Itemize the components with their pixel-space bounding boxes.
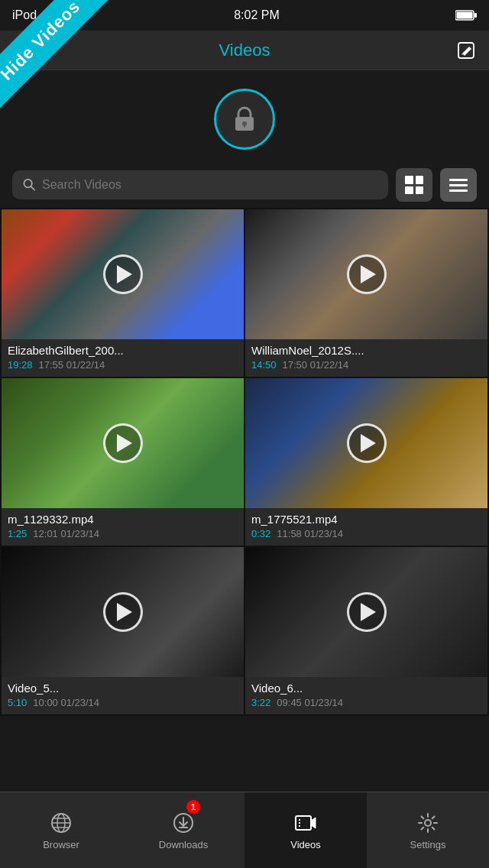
play-button[interactable]: [103, 592, 143, 632]
video-meta: 14:50 17:50 01/22/14: [251, 359, 481, 371]
header-title: Videos: [219, 40, 270, 60]
play-button[interactable]: [347, 592, 387, 632]
play-button[interactable]: [103, 423, 143, 463]
svg-rect-21: [299, 822, 300, 824]
lock-icon: [231, 105, 258, 134]
status-bar: iPod 8:02 PM: [0, 0, 489, 31]
video-info: Video_6... 3:22 09:45 01/23/14: [245, 677, 487, 714]
svg-rect-1: [457, 12, 473, 19]
videos-label: Videos: [290, 839, 321, 850]
play-overlay: [245, 547, 487, 677]
status-right: [455, 10, 477, 21]
svg-rect-4: [12, 49, 34, 51]
battery-icon: [455, 10, 477, 21]
video-item[interactable]: m_1129332.mp4 1:25 12:01 01/23/14: [2, 378, 244, 546]
svg-rect-2: [474, 13, 477, 18]
video-item[interactable]: WilliamNoel_2012S.... 14:50 17:50 01/22/…: [245, 209, 487, 377]
browser-icon: [49, 811, 73, 835]
play-overlay: [245, 378, 487, 508]
svg-rect-20: [299, 819, 300, 821]
videos-icon: [293, 811, 318, 835]
bottom-nav: Browser 1 Downloads Videos Settings: [0, 792, 489, 868]
search-area: [0, 162, 489, 208]
video-duration: 14:50: [251, 359, 277, 371]
video-duration: 3:22: [251, 697, 270, 708]
video-title: ElizabethGilbert_200...: [8, 344, 238, 357]
play-overlay: [2, 547, 244, 677]
video-item[interactable]: ElizabethGilbert_200... 19:28 17:55 01/2…: [2, 209, 244, 377]
play-overlay: [245, 209, 487, 339]
video-title: m_1775521.mp4: [251, 513, 481, 526]
svg-rect-3: [12, 43, 34, 45]
video-datetime: 10:00 01/23/14: [33, 697, 99, 708]
nav-videos[interactable]: Videos: [244, 792, 367, 868]
video-grid: ElizabethGilbert_200... 19:28 17:55 01/2…: [0, 208, 489, 716]
svg-rect-5: [12, 55, 34, 57]
search-wrapper[interactable]: [12, 170, 388, 199]
nav-settings[interactable]: Settings: [367, 792, 489, 868]
svg-rect-9: [244, 124, 245, 128]
downloads-label: Downloads: [159, 839, 208, 850]
video-thumbnail: [2, 547, 244, 677]
video-duration: 0:32: [251, 528, 270, 539]
video-thumbnail: [245, 209, 487, 339]
video-meta: 0:32 11:58 01/23/14: [251, 528, 481, 539]
settings-icon: [416, 811, 440, 835]
video-title: WilliamNoel_2012S....: [251, 344, 481, 357]
video-datetime: 17:55 01/22/14: [39, 359, 105, 371]
search-input[interactable]: [42, 178, 377, 192]
wifi-icon: [43, 9, 58, 21]
list-view-button[interactable]: [440, 168, 477, 202]
video-info: ElizabethGilbert_200... 19:28 17:55 01/2…: [2, 339, 244, 377]
video-item[interactable]: m_1775521.mp4 0:32 11:58 01/23/14: [245, 378, 487, 546]
nav-downloads[interactable]: 1 Downloads: [122, 792, 244, 868]
video-duration: 5:10: [8, 697, 27, 708]
video-meta: 5:10 10:00 01/23/14: [8, 697, 238, 708]
grid-view-button[interactable]: [396, 168, 432, 202]
video-thumbnail: [245, 547, 487, 677]
main-content: ElizabethGilbert_200... 19:28 17:55 01/2…: [0, 70, 489, 792]
edit-icon[interactable]: [455, 40, 477, 61]
status-left: iPod: [12, 8, 58, 22]
list-icon: [449, 179, 468, 192]
video-meta: 3:22 09:45 01/23/14: [251, 697, 481, 708]
svg-point-23: [425, 820, 431, 826]
downloads-badge: 1: [186, 800, 200, 814]
lock-area[interactable]: [0, 70, 489, 162]
svg-rect-19: [296, 816, 311, 830]
lock-circle[interactable]: [214, 89, 275, 150]
header: Videos: [0, 31, 489, 70]
video-item[interactable]: Video_5... 5:10 10:00 01/23/14: [2, 547, 244, 714]
video-meta: 1:25 12:01 01/23/14: [8, 528, 238, 539]
video-item[interactable]: Video_6... 3:22 09:45 01/23/14: [245, 547, 487, 714]
grid-icon: [405, 176, 423, 194]
video-info: WilliamNoel_2012S.... 14:50 17:50 01/22/…: [245, 339, 487, 377]
play-triangle-icon: [361, 603, 376, 621]
video-datetime: 11:58 01/23/14: [277, 528, 343, 539]
play-triangle-icon: [361, 265, 376, 283]
device-name: iPod: [12, 8, 37, 22]
play-overlay: [2, 209, 244, 339]
video-title: Video_5...: [8, 682, 238, 695]
video-meta: 19:28 17:55 01/22/14: [8, 359, 238, 371]
video-title: Video_6...: [251, 682, 481, 695]
nav-browser[interactable]: Browser: [0, 792, 122, 868]
video-thumbnail: [2, 209, 244, 339]
play-button[interactable]: [347, 423, 387, 463]
play-overlay: [2, 378, 244, 508]
play-triangle-icon: [117, 434, 132, 452]
play-triangle-icon: [361, 434, 376, 452]
play-triangle-icon: [117, 265, 132, 283]
play-button[interactable]: [347, 254, 387, 294]
video-datetime: 09:45 01/23/14: [277, 697, 343, 708]
video-duration: 19:28: [8, 359, 33, 371]
search-icon: [23, 178, 36, 192]
video-info: m_1129332.mp4 1:25 12:01 01/23/14: [2, 508, 244, 546]
video-thumbnail: [245, 378, 487, 508]
play-triangle-icon: [117, 603, 132, 621]
play-button[interactable]: [103, 254, 143, 294]
video-datetime: 12:01 01/23/14: [33, 528, 99, 539]
browser-label: Browser: [43, 839, 79, 850]
status-time: 8:02 PM: [234, 8, 280, 22]
menu-icon[interactable]: [12, 43, 34, 58]
